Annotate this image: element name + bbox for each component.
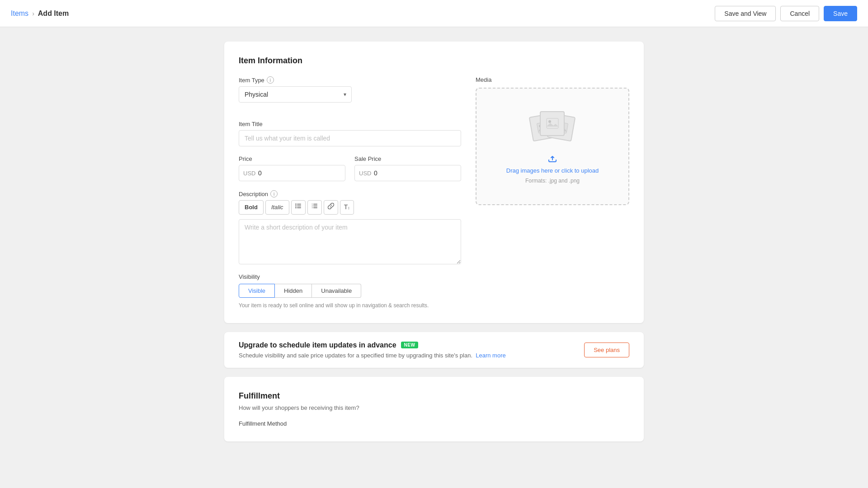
svg-text:3: 3 <box>311 206 313 209</box>
media-format-hint: Formats: .jpg and .png <box>525 178 580 184</box>
bold-button[interactable]: Bold <box>239 200 264 215</box>
price-group: Price USD <box>239 155 345 181</box>
link-button[interactable] <box>324 200 338 215</box>
text-type-button[interactable]: T↕ <box>340 200 354 215</box>
item-information-card: Item Information Item Type i Physical Di… <box>224 42 644 323</box>
sale-price-label: Sale Price <box>354 155 461 162</box>
sale-price-input-wrapper: USD <box>354 165 461 181</box>
item-info-left: Item Type i Physical Digital Service ▾ <box>239 76 461 309</box>
new-badge: NEW <box>401 342 419 348</box>
upgrade-banner: Upgrade to schedule item updates in adva… <box>224 332 644 368</box>
sale-price-input[interactable] <box>354 165 461 181</box>
description-label: Description i <box>239 190 461 197</box>
upgrade-left: Upgrade to schedule item updates in adva… <box>239 341 506 359</box>
learn-more-link[interactable]: Learn more <box>476 352 505 359</box>
svg-point-5 <box>295 207 297 209</box>
breadcrumb: Items › Add Item <box>11 9 69 18</box>
italic-button[interactable]: Italic <box>265 200 289 215</box>
upgrade-title: Upgrade to schedule item updates in adva… <box>239 341 396 349</box>
save-and-view-button[interactable]: Save and View <box>715 6 776 21</box>
svg-rect-8 <box>313 207 317 208</box>
breadcrumb-separator: › <box>32 10 34 17</box>
upload-icon <box>547 153 558 164</box>
save-button[interactable]: Save <box>824 6 857 21</box>
main-content: Item Information Item Type i Physical Di… <box>217 42 651 441</box>
item-information-title: Item Information <box>239 56 629 66</box>
price-label: Price <box>239 155 345 162</box>
visibility-unavailable-button[interactable]: Unavailable <box>312 284 361 298</box>
media-upload-link[interactable]: Drag images here or click to upload <box>506 167 599 174</box>
media-upload-box[interactable]: Drag images here or click to upload Form… <box>476 88 629 205</box>
description-info-icon[interactable]: i <box>270 190 278 197</box>
svg-rect-2 <box>297 207 301 208</box>
breadcrumb-items-link[interactable]: Items <box>11 9 28 18</box>
item-info-right: Media <box>476 76 629 309</box>
page-title: Add Item <box>38 9 69 18</box>
top-navigation: Items › Add Item Save and View Cancel Sa… <box>0 0 868 27</box>
visibility-label: Visibility <box>239 273 461 280</box>
fulfillment-title: Fulfillment <box>239 391 629 401</box>
svg-point-15 <box>548 120 551 123</box>
visibility-visible-button[interactable]: Visible <box>239 284 275 298</box>
fulfillment-subtitle: How will your shoppers be receiving this… <box>239 404 629 411</box>
item-title-label: Item Title <box>239 121 461 127</box>
upgrade-title-row: Upgrade to schedule item updates in adva… <box>239 341 506 349</box>
item-type-select-wrapper: Physical Digital Service ▾ <box>239 86 352 103</box>
svg-rect-0 <box>297 204 301 205</box>
top-actions: Save and View Cancel Save <box>715 6 857 21</box>
photo-card-2 <box>540 111 565 136</box>
item-type-label: Item Type i <box>239 76 461 84</box>
unordered-list-button[interactable] <box>291 200 306 215</box>
cancel-button[interactable]: Cancel <box>780 6 819 21</box>
description-toolbar: Bold Italic 123 T↕ <box>239 200 461 215</box>
fulfillment-method-label: Fulfillment Method <box>239 420 629 427</box>
svg-rect-6 <box>313 204 317 205</box>
fulfillment-card: Fulfillment How will your shoppers be re… <box>224 377 644 441</box>
description-group: Description i Bold Italic 123 <box>239 190 461 264</box>
visibility-buttons: Visible Hidden Unavailable <box>239 284 461 298</box>
sale-price-group: Sale Price USD <box>354 155 461 181</box>
svg-rect-1 <box>297 206 301 206</box>
item-title-group: Item Title <box>239 121 461 146</box>
item-info-layout: Item Type i Physical Digital Service ▾ <box>239 76 629 309</box>
description-textarea[interactable] <box>239 219 461 264</box>
item-title-input[interactable] <box>239 130 461 146</box>
price-row: Price USD Sale Price USD <box>239 155 461 181</box>
svg-rect-7 <box>313 206 317 206</box>
item-type-group: Item Type i Physical Digital Service ▾ <box>239 76 461 112</box>
visibility-hint: Your item is ready to sell online and wi… <box>239 302 461 309</box>
price-input-wrapper: USD <box>239 165 345 181</box>
item-type-select[interactable]: Physical Digital Service <box>239 86 352 103</box>
price-input[interactable] <box>239 165 345 181</box>
svg-point-3 <box>295 204 297 205</box>
photo-stack-icon <box>531 109 574 145</box>
svg-point-4 <box>295 206 297 207</box>
upgrade-desc: Schedule visibility and sale price updat… <box>239 352 506 359</box>
media-label: Media <box>476 76 629 83</box>
see-plans-button[interactable]: See plans <box>584 343 629 357</box>
svg-rect-14 <box>547 118 558 128</box>
visibility-hidden-button[interactable]: Hidden <box>275 284 312 298</box>
item-type-info-icon[interactable]: i <box>267 76 274 84</box>
ordered-list-button[interactable]: 123 <box>307 200 322 215</box>
visibility-section: Visibility Visible Hidden Unavailable Yo… <box>239 273 461 309</box>
